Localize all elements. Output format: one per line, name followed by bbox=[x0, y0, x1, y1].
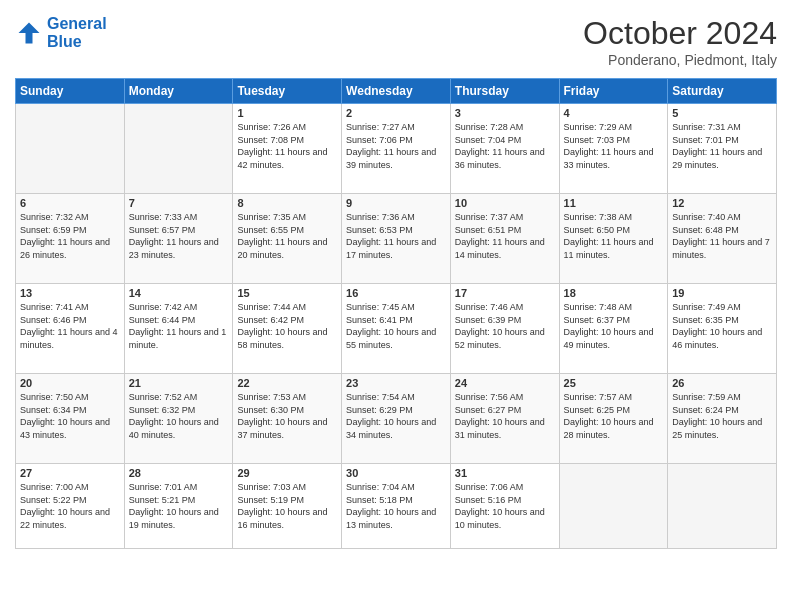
day-cell: 23Sunrise: 7:54 AM Sunset: 6:29 PM Dayli… bbox=[342, 374, 451, 464]
week-row-4: 20Sunrise: 7:50 AM Sunset: 6:34 PM Dayli… bbox=[16, 374, 777, 464]
location: Ponderano, Piedmont, Italy bbox=[583, 52, 777, 68]
col-header-friday: Friday bbox=[559, 79, 668, 104]
month-title: October 2024 bbox=[583, 15, 777, 52]
day-number: 24 bbox=[455, 377, 555, 389]
day-info: Sunrise: 7:26 AM Sunset: 7:08 PM Dayligh… bbox=[237, 121, 337, 171]
day-info: Sunrise: 7:46 AM Sunset: 6:39 PM Dayligh… bbox=[455, 301, 555, 351]
day-info: Sunrise: 7:35 AM Sunset: 6:55 PM Dayligh… bbox=[237, 211, 337, 261]
day-cell bbox=[124, 104, 233, 194]
day-number: 12 bbox=[672, 197, 772, 209]
day-info: Sunrise: 7:33 AM Sunset: 6:57 PM Dayligh… bbox=[129, 211, 229, 261]
page: General Blue October 2024 Ponderano, Pie… bbox=[0, 0, 792, 612]
day-number: 26 bbox=[672, 377, 772, 389]
day-number: 27 bbox=[20, 467, 120, 479]
day-cell bbox=[559, 464, 668, 549]
day-cell: 3Sunrise: 7:28 AM Sunset: 7:04 PM Daylig… bbox=[450, 104, 559, 194]
day-cell: 26Sunrise: 7:59 AM Sunset: 6:24 PM Dayli… bbox=[668, 374, 777, 464]
day-cell: 12Sunrise: 7:40 AM Sunset: 6:48 PM Dayli… bbox=[668, 194, 777, 284]
day-number: 23 bbox=[346, 377, 446, 389]
day-info: Sunrise: 7:28 AM Sunset: 7:04 PM Dayligh… bbox=[455, 121, 555, 171]
day-info: Sunrise: 7:38 AM Sunset: 6:50 PM Dayligh… bbox=[564, 211, 664, 261]
day-cell: 27Sunrise: 7:00 AM Sunset: 5:22 PM Dayli… bbox=[16, 464, 125, 549]
day-number: 16 bbox=[346, 287, 446, 299]
day-info: Sunrise: 7:01 AM Sunset: 5:21 PM Dayligh… bbox=[129, 481, 229, 531]
day-cell: 16Sunrise: 7:45 AM Sunset: 6:41 PM Dayli… bbox=[342, 284, 451, 374]
day-cell bbox=[16, 104, 125, 194]
day-info: Sunrise: 7:44 AM Sunset: 6:42 PM Dayligh… bbox=[237, 301, 337, 351]
day-cell: 2Sunrise: 7:27 AM Sunset: 7:06 PM Daylig… bbox=[342, 104, 451, 194]
day-cell: 10Sunrise: 7:37 AM Sunset: 6:51 PM Dayli… bbox=[450, 194, 559, 284]
day-number: 3 bbox=[455, 107, 555, 119]
day-cell: 1Sunrise: 7:26 AM Sunset: 7:08 PM Daylig… bbox=[233, 104, 342, 194]
day-number: 20 bbox=[20, 377, 120, 389]
day-cell: 24Sunrise: 7:56 AM Sunset: 6:27 PM Dayli… bbox=[450, 374, 559, 464]
day-number: 22 bbox=[237, 377, 337, 389]
day-number: 18 bbox=[564, 287, 664, 299]
day-number: 10 bbox=[455, 197, 555, 209]
col-header-thursday: Thursday bbox=[450, 79, 559, 104]
title-block: October 2024 Ponderano, Piedmont, Italy bbox=[583, 15, 777, 68]
calendar-table: SundayMondayTuesdayWednesdayThursdayFrid… bbox=[15, 78, 777, 549]
day-info: Sunrise: 7:53 AM Sunset: 6:30 PM Dayligh… bbox=[237, 391, 337, 441]
day-info: Sunrise: 7:04 AM Sunset: 5:18 PM Dayligh… bbox=[346, 481, 446, 531]
day-cell: 21Sunrise: 7:52 AM Sunset: 6:32 PM Dayli… bbox=[124, 374, 233, 464]
day-number: 1 bbox=[237, 107, 337, 119]
day-number: 4 bbox=[564, 107, 664, 119]
col-header-wednesday: Wednesday bbox=[342, 79, 451, 104]
day-number: 8 bbox=[237, 197, 337, 209]
day-number: 2 bbox=[346, 107, 446, 119]
day-number: 29 bbox=[237, 467, 337, 479]
calendar-header-row: SundayMondayTuesdayWednesdayThursdayFrid… bbox=[16, 79, 777, 104]
day-cell: 6Sunrise: 7:32 AM Sunset: 6:59 PM Daylig… bbox=[16, 194, 125, 284]
day-cell: 13Sunrise: 7:41 AM Sunset: 6:46 PM Dayli… bbox=[16, 284, 125, 374]
logo: General Blue bbox=[15, 15, 107, 50]
day-info: Sunrise: 7:54 AM Sunset: 6:29 PM Dayligh… bbox=[346, 391, 446, 441]
col-header-tuesday: Tuesday bbox=[233, 79, 342, 104]
day-cell: 15Sunrise: 7:44 AM Sunset: 6:42 PM Dayli… bbox=[233, 284, 342, 374]
day-number: 30 bbox=[346, 467, 446, 479]
svg-marker-0 bbox=[19, 22, 40, 43]
day-info: Sunrise: 7:57 AM Sunset: 6:25 PM Dayligh… bbox=[564, 391, 664, 441]
day-info: Sunrise: 7:50 AM Sunset: 6:34 PM Dayligh… bbox=[20, 391, 120, 441]
day-info: Sunrise: 7:32 AM Sunset: 6:59 PM Dayligh… bbox=[20, 211, 120, 261]
day-number: 9 bbox=[346, 197, 446, 209]
day-number: 21 bbox=[129, 377, 229, 389]
day-cell: 18Sunrise: 7:48 AM Sunset: 6:37 PM Dayli… bbox=[559, 284, 668, 374]
day-number: 15 bbox=[237, 287, 337, 299]
day-cell: 14Sunrise: 7:42 AM Sunset: 6:44 PM Dayli… bbox=[124, 284, 233, 374]
header: General Blue October 2024 Ponderano, Pie… bbox=[15, 15, 777, 68]
day-number: 28 bbox=[129, 467, 229, 479]
day-number: 19 bbox=[672, 287, 772, 299]
day-cell: 9Sunrise: 7:36 AM Sunset: 6:53 PM Daylig… bbox=[342, 194, 451, 284]
day-info: Sunrise: 7:40 AM Sunset: 6:48 PM Dayligh… bbox=[672, 211, 772, 261]
day-number: 11 bbox=[564, 197, 664, 209]
day-cell: 7Sunrise: 7:33 AM Sunset: 6:57 PM Daylig… bbox=[124, 194, 233, 284]
day-number: 14 bbox=[129, 287, 229, 299]
week-row-5: 27Sunrise: 7:00 AM Sunset: 5:22 PM Dayli… bbox=[16, 464, 777, 549]
day-info: Sunrise: 7:36 AM Sunset: 6:53 PM Dayligh… bbox=[346, 211, 446, 261]
day-cell: 5Sunrise: 7:31 AM Sunset: 7:01 PM Daylig… bbox=[668, 104, 777, 194]
day-cell: 28Sunrise: 7:01 AM Sunset: 5:21 PM Dayli… bbox=[124, 464, 233, 549]
day-number: 13 bbox=[20, 287, 120, 299]
day-cell: 19Sunrise: 7:49 AM Sunset: 6:35 PM Dayli… bbox=[668, 284, 777, 374]
day-info: Sunrise: 7:41 AM Sunset: 6:46 PM Dayligh… bbox=[20, 301, 120, 351]
logo-icon bbox=[15, 19, 43, 47]
col-header-saturday: Saturday bbox=[668, 79, 777, 104]
day-cell: 17Sunrise: 7:46 AM Sunset: 6:39 PM Dayli… bbox=[450, 284, 559, 374]
day-info: Sunrise: 7:49 AM Sunset: 6:35 PM Dayligh… bbox=[672, 301, 772, 351]
day-number: 17 bbox=[455, 287, 555, 299]
day-info: Sunrise: 7:29 AM Sunset: 7:03 PM Dayligh… bbox=[564, 121, 664, 171]
day-info: Sunrise: 7:37 AM Sunset: 6:51 PM Dayligh… bbox=[455, 211, 555, 261]
day-number: 5 bbox=[672, 107, 772, 119]
day-cell: 25Sunrise: 7:57 AM Sunset: 6:25 PM Dayli… bbox=[559, 374, 668, 464]
day-number: 25 bbox=[564, 377, 664, 389]
week-row-1: 1Sunrise: 7:26 AM Sunset: 7:08 PM Daylig… bbox=[16, 104, 777, 194]
day-info: Sunrise: 7:06 AM Sunset: 5:16 PM Dayligh… bbox=[455, 481, 555, 531]
day-cell: 8Sunrise: 7:35 AM Sunset: 6:55 PM Daylig… bbox=[233, 194, 342, 284]
logo-text: General Blue bbox=[47, 15, 107, 50]
day-cell: 29Sunrise: 7:03 AM Sunset: 5:19 PM Dayli… bbox=[233, 464, 342, 549]
week-row-2: 6Sunrise: 7:32 AM Sunset: 6:59 PM Daylig… bbox=[16, 194, 777, 284]
day-info: Sunrise: 7:56 AM Sunset: 6:27 PM Dayligh… bbox=[455, 391, 555, 441]
week-row-3: 13Sunrise: 7:41 AM Sunset: 6:46 PM Dayli… bbox=[16, 284, 777, 374]
day-info: Sunrise: 7:00 AM Sunset: 5:22 PM Dayligh… bbox=[20, 481, 120, 531]
